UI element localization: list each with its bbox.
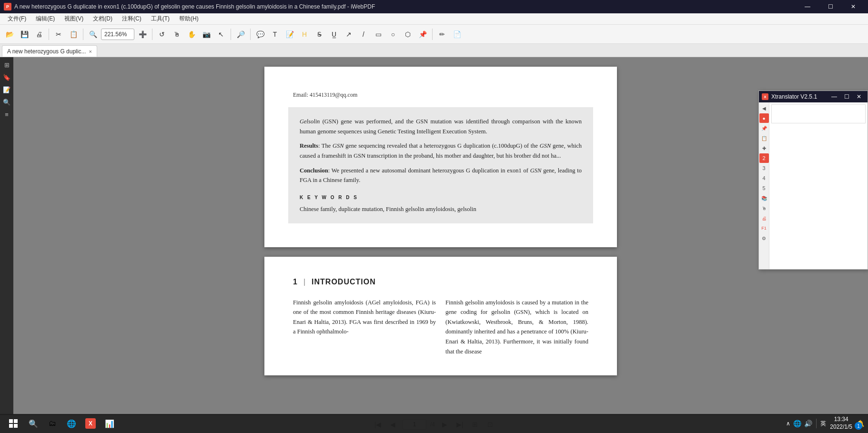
search-button[interactable]: 🔎 xyxy=(234,28,247,41)
xt-num2-button[interactable]: 3 xyxy=(759,163,769,173)
stamp-button[interactable]: 📌 xyxy=(416,28,429,41)
xt-num3-button[interactable]: 4 xyxy=(759,173,769,183)
minimize-button[interactable]: — xyxy=(797,0,818,13)
xt-red-button[interactable]: ● xyxy=(759,113,769,123)
intro-text-right: Finnish gelsolin amyloidosis is caused b… xyxy=(445,298,588,357)
left-sidebar: ⊞ 🔖 📝 🔍 ≡ xyxy=(0,57,13,415)
strikethrough-button[interactable]: S̶ xyxy=(313,28,326,41)
underline-button[interactable]: U̲ xyxy=(327,28,341,41)
menu-bar: 文件(F) 编辑(E) 视图(V) 文档(D) 注释(C) 工具(T) 帮助(H… xyxy=(0,13,868,25)
xt-f1-button[interactable]: F1 xyxy=(759,223,769,233)
cut-button[interactable]: ✂ xyxy=(52,28,65,41)
line-button[interactable]: / xyxy=(357,28,370,41)
xtranslator-content[interactable] xyxy=(769,102,868,269)
separator-4 xyxy=(231,29,231,40)
callout-button[interactable]: 📝 xyxy=(283,28,296,41)
xt-add-button[interactable]: ✚ xyxy=(759,143,769,153)
xtranslator-panel: X Xtranslator V2.5.1 — ☐ ✕ ◀ ● 📌 📋 ✚ 2 3… xyxy=(758,91,868,270)
pdf-tab[interactable]: A new heterozygous G duplic... × xyxy=(2,45,97,57)
xt-maximize-button[interactable]: ☐ xyxy=(841,91,852,102)
pan-button[interactable]: ✋ xyxy=(185,28,198,41)
xt-hide-button[interactable]: ◀ xyxy=(759,103,769,113)
email-line: Email: 415413119@qq.com xyxy=(293,91,588,100)
pdf-page-abstract: Email: 415413119@qq.com Gelsolin (GSN) g… xyxy=(264,67,617,247)
menu-edit[interactable]: 编辑(E) xyxy=(32,14,59,24)
maximize-button[interactable]: ☐ xyxy=(819,0,841,13)
sidebar-layers[interactable]: ≡ xyxy=(1,109,12,120)
comment-button[interactable]: 💬 xyxy=(253,28,267,41)
copy-button[interactable]: 📋 xyxy=(67,28,80,41)
poly-button[interactable]: ⬡ xyxy=(401,28,414,41)
tab-label: A new heterozygous G duplic... xyxy=(7,48,86,55)
taskbar-right: ∧ 🌐 🔊 英 13:34 2022/1/5 🔔 1 xyxy=(786,416,864,431)
xt-settings-button[interactable]: ⚙ xyxy=(759,233,769,243)
keywords-text: Chinese family, duplicate mutation, Finn… xyxy=(300,204,582,214)
keywords-title: K E Y W O R D S xyxy=(300,194,582,201)
svg-rect-1 xyxy=(14,419,18,423)
sidebar-annotation[interactable]: 📝 xyxy=(1,84,12,95)
xt-mouse-button[interactable]: 🖱 xyxy=(759,203,769,213)
menu-annotate[interactable]: 注释(C) xyxy=(118,14,145,24)
zoom-out-button[interactable]: 🔍 xyxy=(86,28,100,41)
menu-tools[interactable]: 工具(T) xyxy=(147,14,173,24)
section-pipe: | xyxy=(303,276,306,288)
taskbar-search-button[interactable]: 🔍 xyxy=(25,415,42,432)
xtranslator-input[interactable] xyxy=(771,104,866,123)
cursor-button[interactable]: ↖ xyxy=(214,28,228,41)
pdf-container[interactable]: Email: 415413119@qq.com Gelsolin (GSN) g… xyxy=(13,57,868,415)
tab-close-button[interactable]: × xyxy=(89,49,91,54)
ocr-button[interactable]: 📄 xyxy=(450,28,464,41)
print-button[interactable]: 🖨 xyxy=(32,28,46,41)
notification-badge: 1 xyxy=(855,422,862,430)
sidebar-bookmark[interactable]: 🔖 xyxy=(1,71,12,83)
zoom-in-button[interactable]: ➕ xyxy=(136,28,149,41)
xt-book-button[interactable]: 📚 xyxy=(759,193,769,203)
xt-pin-button[interactable]: 📌 xyxy=(759,123,769,133)
open-button[interactable]: 📂 xyxy=(3,28,16,41)
taskbar-pdf[interactable]: X xyxy=(82,415,99,432)
menu-document[interactable]: 文档(D) xyxy=(89,14,116,24)
snapshot-button[interactable]: 📷 xyxy=(200,28,213,41)
taskbar-powerpoint[interactable]: 📊 xyxy=(101,415,118,432)
arrow-button[interactable]: ↗ xyxy=(342,28,355,41)
abstract-para-results: Results: The GSN gene sequencing reveale… xyxy=(300,141,582,161)
sidebar-search[interactable]: 🔍 xyxy=(1,96,12,108)
svg-rect-3 xyxy=(14,424,18,428)
highlight-button[interactable]: H xyxy=(298,28,311,41)
edit-pdf-button[interactable]: ✏ xyxy=(435,28,449,41)
zoom-input[interactable]: 221.56% xyxy=(101,29,134,40)
clock[interactable]: 13:34 2022/1/5 xyxy=(830,416,852,431)
xt-copy-button[interactable]: 📋 xyxy=(759,133,769,143)
intro-text-left: Finnish gelsolin amyloidosis (AGel amylo… xyxy=(293,298,436,337)
explorer-icon: 🗂 xyxy=(47,418,58,429)
start-button[interactable] xyxy=(4,415,23,432)
textbox-button[interactable]: T xyxy=(268,28,282,41)
menu-view[interactable]: 视图(V) xyxy=(61,14,87,24)
select-button[interactable]: 🖱 xyxy=(170,28,183,41)
menu-help[interactable]: 帮助(H) xyxy=(175,14,202,24)
xt-close-button[interactable]: ✕ xyxy=(853,91,865,102)
menu-file[interactable]: 文件(F) xyxy=(4,14,30,24)
xtranslator-title-left: X Xtranslator V2.5.1 xyxy=(762,93,817,100)
xt-num4-button[interactable]: 5 xyxy=(759,183,769,193)
xt-num1-button[interactable]: 2 xyxy=(759,153,769,163)
abstract-section: Gelsolin (GSN) gene was performed, and t… xyxy=(288,107,593,223)
title-bar: P A new heterozygous G duplicate in exon… xyxy=(0,0,868,13)
taskbar-edge[interactable]: 🌐 xyxy=(63,415,80,432)
pdf-page-intro: 1 | INTRODUCTION Finnish gelsolin amyloi… xyxy=(264,257,617,375)
taskbar-explorer[interactable]: 🗂 xyxy=(44,415,61,432)
keywords-section: K E Y W O R D S Chinese family, duplicat… xyxy=(300,194,582,214)
circle-button[interactable]: ○ xyxy=(386,28,400,41)
close-button[interactable]: ✕ xyxy=(842,0,864,13)
separator-6 xyxy=(432,29,433,40)
save-button[interactable]: 💾 xyxy=(18,28,31,41)
language-indicator[interactable]: 英 xyxy=(820,420,826,428)
abstract-para-1: Gelsolin (GSN) gene was performed, and t… xyxy=(300,117,582,136)
notification-area[interactable]: 🔔 1 xyxy=(856,419,864,428)
rect-button[interactable]: ▭ xyxy=(372,28,385,41)
xt-minimize-button[interactable]: — xyxy=(828,91,840,102)
xt-print-button[interactable]: 🖨 xyxy=(759,213,769,223)
sidebar-thumbnail[interactable]: ⊞ xyxy=(1,59,12,70)
windows-taskbar: 🔍 🗂 🌐 X 📊 ∧ 🌐 🔊 英 13:34 2022/1/5 🔔 1 xyxy=(0,414,868,433)
rotate-button[interactable]: ↺ xyxy=(155,28,169,41)
